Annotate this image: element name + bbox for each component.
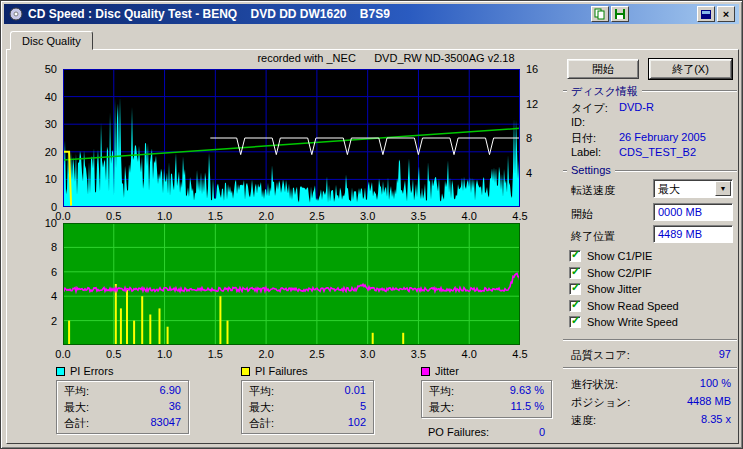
copy-icon bbox=[594, 8, 606, 20]
legend-row: 平均:0.01 bbox=[242, 383, 373, 399]
checkbox-show-c2-pif[interactable]: ✓ Show C2/PIF bbox=[569, 266, 652, 280]
disc-date-row: 日付:26 February 2005 bbox=[571, 131, 731, 145]
legend-row: 最大:36 bbox=[57, 399, 188, 415]
legend-title: Jitter bbox=[435, 365, 459, 377]
disc-id-row: ID: bbox=[571, 116, 731, 130]
pi-errors-legend: PI Errors 平均:6.90 最大:36 合計:83047 bbox=[56, 364, 189, 434]
tab-disc-quality[interactable]: Disc Quality bbox=[10, 31, 93, 50]
legend-row: 平均:6.90 bbox=[57, 383, 188, 399]
speed-row: 速度:8.35 x bbox=[571, 413, 731, 427]
legend-row: 平均:9.63 % bbox=[422, 383, 551, 399]
settings-group-header: Settings bbox=[563, 165, 737, 177]
window-title: CD Speed : Disc Quality Test - BENQ DVD … bbox=[28, 7, 390, 21]
legend-row: 最大:11.5 % bbox=[422, 399, 551, 415]
legend-title: PI Failures bbox=[255, 365, 308, 377]
checkbox-show-jitter[interactable]: ✓ Show Jitter bbox=[569, 282, 641, 296]
app-icon bbox=[8, 6, 24, 22]
close-icon: × bbox=[723, 9, 729, 20]
position-row: ポジション:4488 MB bbox=[571, 395, 731, 409]
pi-errors-swatch bbox=[56, 367, 65, 376]
disc-label-row: Label:CDS_TEST_B2 bbox=[571, 146, 731, 160]
checkmark-icon: ✓ bbox=[571, 265, 580, 278]
legend-title: PI Errors bbox=[70, 365, 113, 377]
start-button[interactable]: 開始 bbox=[567, 59, 639, 79]
jitter-swatch bbox=[421, 367, 430, 376]
checkbox-show-write-speed[interactable]: ✓ Show Write Speed bbox=[569, 315, 678, 329]
pi-failures-legend: PI Failures 平均:0.01 最大:5 合計:102 bbox=[241, 364, 374, 434]
checkmark-icon: ✓ bbox=[571, 314, 580, 327]
checkbox-show-read-speed[interactable]: ✓ Show Read Speed bbox=[569, 299, 679, 313]
quality-score-row: 品質スコア:97 bbox=[571, 348, 731, 362]
checkbox-show-c1-pie[interactable]: ✓ Show C1/PIE bbox=[569, 249, 652, 263]
chart-annotation: recorded with _NEC DVD_RW ND-3500AG v2.1… bbox=[151, 52, 621, 64]
save-button[interactable] bbox=[611, 6, 629, 22]
speed-select[interactable]: 最大 ▼ bbox=[653, 179, 733, 198]
titlebar: CD Speed : Disc Quality Test - BENQ DVD … bbox=[4, 4, 739, 24]
close-button[interactable]: × bbox=[717, 6, 735, 22]
copy-button[interactable] bbox=[591, 6, 609, 22]
checkmark-icon: ✓ bbox=[571, 248, 580, 261]
start-position-field[interactable]: 0000 MB bbox=[653, 203, 733, 221]
po-failures-row: PO Failures:0 bbox=[421, 425, 552, 441]
checkmark-icon: ✓ bbox=[571, 281, 580, 294]
end-position-field[interactable]: 4489 MB bbox=[653, 225, 733, 243]
legend-row: 合計:83047 bbox=[57, 415, 188, 431]
jitter-legend: Jitter 平均:9.63 % 最大:11.5 % bbox=[421, 364, 552, 418]
chevron-down-icon[interactable]: ▼ bbox=[715, 181, 731, 196]
separator bbox=[563, 339, 737, 341]
minimize-button[interactable] bbox=[697, 6, 715, 22]
legend-row: 最大:5 bbox=[242, 399, 373, 415]
disc-info-group-header: ディスク情報 bbox=[563, 85, 737, 97]
legend-row: 合計:102 bbox=[242, 415, 373, 431]
jitter-chart bbox=[63, 223, 520, 345]
progress-row: 進行状況:100 % bbox=[571, 377, 731, 391]
app-window: CD Speed : Disc Quality Test - BENQ DVD … bbox=[0, 0, 743, 449]
checkmark-icon: ✓ bbox=[571, 298, 580, 311]
separator bbox=[563, 367, 737, 369]
save-icon bbox=[614, 8, 626, 20]
pi-errors-chart bbox=[63, 69, 520, 207]
pi-failures-swatch bbox=[241, 367, 250, 376]
disc-type-row: タイプ:DVD-R bbox=[571, 101, 731, 115]
exit-button[interactable]: 終了(X) bbox=[649, 59, 732, 79]
minimize-icon bbox=[700, 9, 712, 20]
